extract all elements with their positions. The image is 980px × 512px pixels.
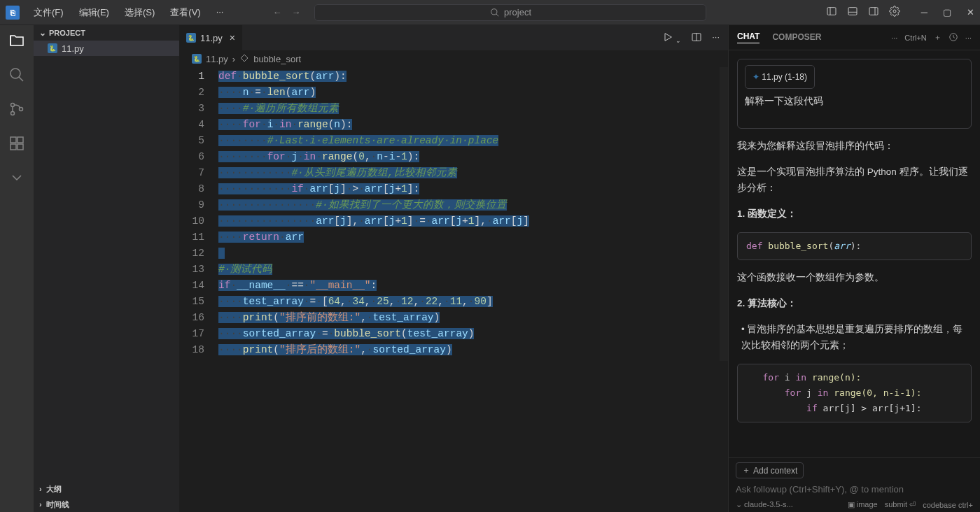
chat-panel: CHAT COMPOSER ··· Ctrl+N ＋ ··· ✦ 11.py (… — [728, 25, 980, 512]
codebase-button[interactable]: codebase ctrl+ — [923, 501, 973, 509]
tab-bar: 🐍 11.py × ⌄ ··· — [179, 25, 728, 50]
chat-tab-chat[interactable]: CHAT — [737, 31, 760, 43]
svg-rect-16 — [10, 144, 16, 150]
python-file-icon: 🐍 — [48, 43, 57, 53]
search-text: project — [504, 7, 531, 17]
menu-file[interactable]: 文件(F) — [27, 3, 71, 22]
image-button[interactable]: ▣ image — [848, 500, 878, 509]
window-minimize[interactable]: ─ — [921, 7, 927, 17]
extensions-icon[interactable] — [8, 135, 25, 154]
svg-rect-4 — [848, 8, 857, 15]
svg-line-10 — [19, 77, 23, 81]
assistant-reply: 我来为您解释这段冒泡排序的代码： 这是一个实现冒泡排序算法的 Python 程序… — [737, 138, 972, 422]
chat-input-area: ＋ Add context Ask followup (Ctrl+Shift+Y… — [729, 457, 980, 512]
code-block-2: for i in range(n): for j in range(0, n-i… — [737, 364, 972, 422]
svg-rect-21 — [241, 55, 248, 62]
file-item[interactable]: 🐍 11.py — [34, 41, 179, 56]
svg-point-11 — [11, 104, 15, 107]
window-maximize[interactable]: ▢ — [943, 7, 951, 17]
svg-line-1 — [496, 13, 499, 16]
menu-select[interactable]: 选择(S) — [118, 3, 162, 22]
timeline-section[interactable]: ›时间线 — [34, 497, 179, 512]
outline-section[interactable]: ›大纲 — [34, 481, 179, 497]
file-name: 11.py — [62, 43, 84, 54]
app-logo: ⎘ — [6, 6, 20, 20]
close-tab-icon[interactable]: × — [230, 32, 235, 43]
svg-rect-6 — [869, 8, 878, 15]
menu-more[interactable]: ··· — [209, 3, 231, 22]
svg-point-0 — [491, 8, 497, 14]
more-icon-2[interactable]: ··· — [965, 34, 972, 42]
sidebar: ⌄PROJECT 🐍 11.py ›大纲 ›时间线 — [34, 25, 179, 512]
search-icon — [490, 8, 500, 17]
context-pill[interactable]: ✦ 11.py (1-18) — [745, 65, 815, 89]
window-close[interactable]: ✕ — [967, 7, 974, 17]
history-icon[interactable] — [948, 32, 958, 43]
code-editor[interactable]: 123456789101112131415161718 def·bubble_s… — [179, 67, 728, 512]
search-icon[interactable] — [8, 66, 25, 85]
layout-panel-icon[interactable] — [847, 6, 858, 19]
minimap[interactable] — [720, 67, 728, 361]
svg-point-9 — [10, 69, 20, 78]
submit-button[interactable]: submit ⏎ — [885, 500, 916, 509]
breadcrumb[interactable]: 🐍 11.py › bubble_sort — [179, 50, 728, 67]
nav-arrows: ← → — [272, 7, 300, 17]
svg-rect-17 — [18, 144, 23, 150]
model-selector[interactable]: ⌄ claude-3.5-s... — [736, 500, 793, 509]
layout-secondary-sidebar-icon[interactable] — [868, 6, 879, 19]
menu-view[interactable]: 查看(V) — [163, 3, 207, 22]
code-block: def bubble_sort(arr): — [737, 232, 972, 260]
command-center[interactable]: project — [314, 4, 706, 21]
menubar: 文件(F) 编辑(E) 选择(S) 查看(V) ··· — [27, 3, 230, 22]
add-context-button[interactable]: ＋ Add context — [736, 462, 804, 478]
chat-input[interactable]: Ask followup (Ctrl+Shift+Y), @ to mentio… — [736, 483, 973, 500]
split-editor-icon[interactable] — [691, 31, 702, 45]
svg-rect-2 — [827, 8, 836, 15]
user-message: 解释一下这段代码 — [745, 93, 964, 110]
chat-tabs: CHAT COMPOSER ··· Ctrl+N ＋ ··· — [729, 25, 980, 50]
editor: 🐍 11.py × ⌄ ··· 🐍 11.py › bubble_sort 12… — [179, 25, 728, 512]
svg-point-13 — [20, 108, 23, 111]
svg-point-8 — [893, 10, 896, 13]
chat-messages: ✦ 11.py (1-18) 解释一下这段代码 我来为您解释这段冒泡排序的代码：… — [729, 50, 980, 457]
new-chat-icon[interactable]: ＋ — [934, 32, 941, 43]
symbol-icon — [239, 53, 249, 65]
python-file-icon: 🐍 — [192, 54, 202, 64]
svg-marker-18 — [665, 33, 671, 41]
svg-rect-15 — [18, 137, 23, 143]
python-file-icon: 🐍 — [186, 33, 196, 43]
run-icon[interactable]: ⌄ — [662, 31, 682, 45]
editor-tab[interactable]: 🐍 11.py × — [179, 25, 243, 50]
chevron-down-icon[interactable] — [8, 169, 25, 188]
chat-tab-composer[interactable]: COMPOSER — [772, 32, 821, 43]
titlebar: ⎘ 文件(F) 编辑(E) 选择(S) 查看(V) ··· ← → projec… — [0, 0, 980, 25]
svg-point-12 — [11, 112, 15, 115]
explorer-header[interactable]: ⌄PROJECT — [34, 25, 179, 41]
source-control-icon[interactable] — [8, 101, 25, 120]
nav-back[interactable]: ← — [272, 7, 281, 17]
tab-label: 11.py — [200, 33, 223, 43]
svg-rect-14 — [10, 137, 16, 143]
activitybar — [0, 25, 34, 512]
menu-edit[interactable]: 编辑(E) — [72, 3, 116, 22]
more-actions-icon[interactable]: ··· — [712, 31, 720, 45]
more-icon[interactable]: ··· — [891, 34, 897, 42]
new-chat-shortcut: Ctrl+N — [904, 34, 926, 42]
nav-forward[interactable]: → — [291, 7, 300, 17]
line-gutter: 123456789101112131415161718 — [179, 67, 218, 512]
explorer-icon[interactable] — [8, 32, 25, 51]
layout-primary-sidebar-icon[interactable] — [826, 6, 837, 19]
explorer-title: PROJECT — [49, 29, 85, 37]
gear-icon[interactable] — [889, 6, 900, 19]
